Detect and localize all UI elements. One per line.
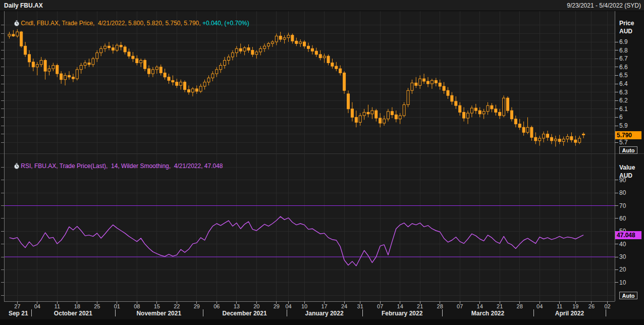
x-axis-day-label: 29 bbox=[274, 303, 280, 309]
x-axis-day-label: 21 bbox=[497, 303, 503, 309]
price-legend-change: +0.040, (+0.70%) bbox=[202, 20, 249, 27]
last-price-badge: 5.790 bbox=[615, 131, 641, 139]
price-axis-tick-label: 6.2 bbox=[619, 97, 628, 104]
price-axis-tick-label: 6.9 bbox=[619, 38, 628, 45]
x-axis-day-label: 19 bbox=[572, 303, 578, 309]
price-legend[interactable]: Cndl, FBU.AX, Trade Price, 4/21/2022, 5.… bbox=[7, 13, 249, 34]
x-axis-month-label: December 2021 bbox=[223, 310, 267, 317]
chart-window: Daily FBU.AX 9/23/2021 - 5/4/2022 (SYD) … bbox=[0, 0, 644, 325]
x-axis-day-label: 01 bbox=[114, 303, 120, 309]
price-axis-tick-label: 5.7 bbox=[619, 139, 628, 146]
value-axis-tick-label: 70 bbox=[619, 202, 626, 209]
value-axis-tick-label: 80 bbox=[619, 189, 626, 196]
x-axis-day-label: 04 bbox=[536, 303, 543, 309]
month-separator bbox=[31, 309, 32, 316]
price-axis-title-line1: Price bbox=[619, 19, 634, 27]
price-axis-tick-label: 5.9 bbox=[619, 122, 628, 129]
clock-icon bbox=[14, 163, 20, 169]
month-separator bbox=[533, 309, 534, 316]
x-axis-day-label: 07 bbox=[457, 303, 463, 309]
price-axis-tick-label: 6.1 bbox=[619, 105, 628, 113]
x-axis-day-label: 18 bbox=[74, 303, 80, 309]
x-axis-day-label: 26 bbox=[588, 303, 595, 309]
rsi-value-badge: 47.048 bbox=[615, 231, 641, 239]
month-separator bbox=[115, 309, 116, 316]
x-axis-day-label: 17 bbox=[321, 303, 327, 309]
month-separator bbox=[203, 309, 203, 316]
x-axis-day-label: 02 bbox=[604, 303, 610, 309]
month-separator bbox=[362, 309, 363, 316]
x-axis-day-label: 20 bbox=[253, 303, 259, 309]
bottom-strip bbox=[0, 319, 644, 325]
x-axis-day-label: 04 bbox=[34, 303, 40, 309]
price-axis-auto-button[interactable]: Auto bbox=[619, 146, 637, 154]
x-axis-day-label: 06 bbox=[213, 303, 220, 309]
value-axis-title: Value AUD bbox=[619, 164, 635, 180]
value-axis-tick-label: 10 bbox=[619, 279, 626, 286]
price-axis-tick-label: 6 bbox=[619, 114, 623, 121]
value-axis-auto-button[interactable]: Auto bbox=[619, 292, 637, 299]
x-axis-day-label: 21 bbox=[417, 303, 423, 309]
value-axis-tick-label: 40 bbox=[619, 241, 626, 248]
month-separator bbox=[287, 309, 287, 316]
x-axis-day-label: 10 bbox=[301, 303, 307, 309]
month-separator bbox=[606, 309, 606, 316]
x-axis-day-label: 22 bbox=[174, 303, 180, 309]
x-axis-day-label: 15 bbox=[154, 303, 160, 309]
date-range-label: 9/23/2021 - 5/4/2022 (SYD) bbox=[567, 2, 641, 9]
value-axis-tick-label: 30 bbox=[619, 253, 626, 260]
value-axis-title-line2: AUD bbox=[619, 172, 635, 180]
x-axis-day-label: 29 bbox=[194, 303, 200, 309]
x-axis-day-label: 28 bbox=[517, 303, 523, 309]
value-axis-tick-label: 60 bbox=[619, 215, 626, 222]
title-bar: Daily FBU.AX 9/23/2021 - 5/4/2022 (SYD) bbox=[0, 0, 644, 11]
x-axis-month-label: Sep 21 bbox=[9, 310, 28, 317]
price-axis-tick-label: 6.4 bbox=[619, 80, 628, 87]
rsi-legend-text: RSI, FBU.AX, Trade Price(Last), 14, Wild… bbox=[21, 162, 223, 170]
value-axis-title-line1: Value bbox=[619, 164, 635, 172]
x-axis-day-label: 27 bbox=[14, 303, 20, 309]
x-axis-day-label: 31 bbox=[357, 303, 363, 309]
rsi-legend[interactable]: RSI, FBU.AX, Trade Price(Last), 14, Wild… bbox=[7, 155, 223, 177]
x-axis-day-label: 13 bbox=[234, 303, 240, 309]
month-separator bbox=[442, 309, 443, 316]
price-axis-tick-label: 6.6 bbox=[619, 64, 628, 71]
chart-title: Daily FBU.AX bbox=[4, 2, 43, 9]
price-axis-tick-label: 6.7 bbox=[619, 55, 628, 62]
x-axis-day-label: 24 bbox=[341, 303, 347, 309]
value-axis-tick-label: 20 bbox=[619, 266, 626, 273]
x-axis-day-label: 14 bbox=[477, 303, 483, 309]
x-axis-day-label: 04 bbox=[285, 303, 291, 309]
x-axis-day-label: 28 bbox=[437, 303, 443, 309]
x-axis-month-label: March 2022 bbox=[471, 310, 504, 317]
price-axis-title-line2: AUD bbox=[619, 27, 634, 35]
x-axis-day-label: 07 bbox=[377, 303, 383, 309]
x-axis-month-label: February 2022 bbox=[382, 310, 422, 317]
x-axis-month-label: January 2022 bbox=[305, 310, 344, 317]
x-axis-day-label: 14 bbox=[397, 303, 403, 309]
x-axis-month-label: November 2021 bbox=[136, 310, 181, 317]
price-axis-tick-label: 6.3 bbox=[619, 89, 628, 96]
x-axis-month-label: April 2022 bbox=[555, 310, 584, 317]
x-axis-day-label: 08 bbox=[134, 303, 140, 309]
x-axis-day-label: 25 bbox=[94, 303, 100, 309]
price-axis-title: Price AUD bbox=[619, 19, 634, 35]
clock-icon bbox=[14, 20, 20, 26]
price-axis-tick-label: 6.8 bbox=[619, 47, 628, 54]
x-axis-day-label: 11 bbox=[557, 303, 562, 309]
x-axis-month-label: October 2021 bbox=[54, 310, 92, 317]
price-axis-tick-label: 6.5 bbox=[619, 72, 628, 79]
price-legend-text: Cndl, FBU.AX, Trade Price, 4/21/2022, 5.… bbox=[21, 20, 202, 27]
x-axis-day-label: 11 bbox=[55, 303, 60, 309]
